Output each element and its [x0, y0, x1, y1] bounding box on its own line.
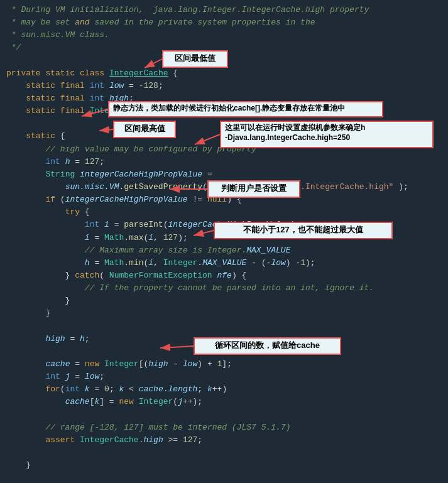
annotation-loop-cache: 循环区间的数，赋值给cache [194, 337, 341, 355]
h-init: int h = 127; [6, 156, 442, 168]
static-close: } [6, 459, 442, 472]
annotation-max-value: 区间最高值 [113, 121, 176, 138]
catch-block: } catch( NumberFormatException nfe) { [6, 269, 442, 282]
comment-line-1: * During VM initialization, java.lang.In… [6, 4, 442, 16]
catch-close: } [6, 295, 442, 307]
annotation-min-value: 区间最低值 [162, 50, 228, 68]
annotation-static-method: 静态方法，类加载的时候进行初始化cache[].静态变量存放在常量池中 [108, 101, 383, 117]
annotation-user-check: 判断用户是否设置 [207, 180, 300, 198]
comment-max: // Maximum array size is Integer.MAX_VAL… [6, 244, 442, 257]
blank-line-6 [6, 447, 442, 459]
cache-init: cache = new Integer[(high - low) + 1]; [6, 358, 442, 371]
string-prop-val: String integerCacheHighPropValue = [6, 168, 442, 181]
comment-line-3: * sun.misc.VM class. [6, 29, 442, 41]
if-close: } [6, 307, 442, 320]
annotation-min-max-limit: 不能小于127，也不能超过最大值 [214, 222, 393, 239]
annotation-runtime-param: 这里可以在运行时设置虚拟机参数来确定h-Djava.lang.IntegerCa… [220, 121, 434, 148]
class-declaration: private static class IntegerCache { [6, 67, 442, 80]
blank-line-3 [6, 320, 442, 333]
low-field: static final int low = -128; [6, 80, 442, 92]
code-container: * During VM initialization, java.lang.In… [0, 0, 448, 483]
math-min: h = Math.min(i, Integer.MAX_VALUE - (-lo… [6, 257, 442, 269]
blank-line-7 [6, 472, 442, 483]
comment-range: // range [-128, 127] must be interned (J… [6, 421, 442, 434]
try-block: try { [6, 206, 442, 219]
j-init: int j = low; [6, 371, 442, 383]
comment-line-2: * may be set and saved in the private sy… [6, 16, 442, 29]
cache-assign: cache[k] = new Integer(j++); [6, 396, 442, 408]
assert-line: assert IntegerCache.high >= 127; [6, 434, 442, 447]
comment-ignore: // If the property cannot be parsed into… [6, 282, 442, 295]
for-loop: for(int k = 0; k < cache.length; k++) [6, 383, 442, 396]
blank-line-5 [6, 409, 442, 421]
